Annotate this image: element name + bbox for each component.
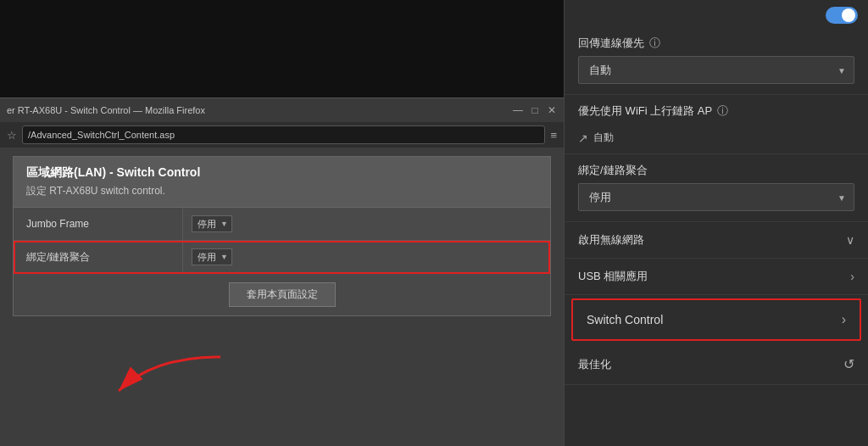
bonding-label: 綁定/鏈路聚合 (14, 241, 183, 273)
backhaul-dropdown-container: 自動 (565, 56, 868, 95)
chevron-right-icon: › (850, 270, 854, 283)
bonding-sidebar-section: 綁定/鏈路聚合 (565, 154, 868, 183)
router-dialog: 區域網路(LAN) - Switch Control 設定 RT-AX68U s… (13, 156, 551, 316)
sidebar-item-enable-wireless[interactable]: 啟用無線網路 ∨ (565, 222, 868, 259)
sidebar-top (565, 0, 868, 27)
sidebar: 回傳連線優先 ⓘ 自動 優先使用 WiFi 上行鏈路 AP ⓘ ↗ 自動 綁定/… (564, 0, 868, 446)
browser-background (0, 0, 564, 98)
jumbo-frame-select[interactable]: 停用 (192, 215, 232, 232)
sidebar-item-optimize[interactable]: 最佳化 ↺ (565, 344, 868, 385)
toggle-knob (842, 8, 855, 22)
menu-icon[interactable]: ≡ (550, 129, 557, 142)
browser-title: er RT-AX68U - Switch Control — Mozilla F… (7, 105, 513, 115)
switch-control-label: Switch Control (587, 313, 663, 326)
wifi-uplink-link[interactable]: ↗ 自動 (565, 124, 868, 154)
bonding-row: 綁定/鏈路聚合 停用 (14, 241, 550, 274)
jumbo-frame-row: Jumbo Frame 停用 (14, 208, 550, 241)
wifi-uplink-section: 優先使用 WiFi 上行鏈路 AP ⓘ (565, 95, 868, 124)
switch-control-chevron-icon: › (842, 312, 846, 327)
apply-button[interactable]: 套用本頁面設定 (229, 282, 336, 307)
bonding-sidebar-label: 綁定/鏈路聚合 (578, 163, 648, 178)
backhaul-priority-label: 回傳連線優先 (578, 36, 644, 51)
address-input[interactable] (22, 125, 545, 144)
wifi-uplink-info-icon[interactable]: ⓘ (717, 103, 728, 119)
dialog-title: 區域網路(LAN) - Switch Control (26, 165, 537, 181)
browser-window: er RT-AX68U - Switch Control — Mozilla F… (0, 0, 564, 446)
bonding-select[interactable]: 停用 (192, 248, 232, 265)
backhaul-select[interactable]: 自動 (578, 56, 854, 84)
maximize-button[interactable]: □ (530, 105, 540, 115)
bonding-value: 停用 (183, 242, 241, 272)
chevron-down-icon: ∨ (846, 233, 854, 247)
backhaul-select-wrapper: 自動 (578, 56, 854, 84)
jumbo-frame-select-wrapper: 停用 (192, 215, 232, 232)
dialog-subtitle: 設定 RT-AX68U switch control. (26, 184, 537, 198)
browser-controls: — □ ✕ (513, 105, 557, 115)
enable-wireless-label: 啟用無線網路 (578, 232, 644, 248)
external-link-icon: ↗ (578, 131, 588, 145)
backhaul-priority-section: 回傳連線優先 ⓘ (565, 27, 868, 56)
refresh-icon: ↺ (843, 356, 854, 372)
toggle-switch[interactable] (826, 7, 858, 24)
backhaul-info-icon[interactable]: ⓘ (649, 36, 660, 51)
page-content: 區域網路(LAN) - Switch Control 設定 RT-AX68U s… (0, 148, 564, 446)
optimize-label: 最佳化 (578, 357, 611, 372)
dialog-body: Jumbo Frame 停用 綁定/鏈路聚合 (14, 208, 550, 315)
dialog-header: 區域網路(LAN) - Switch Control 設定 RT-AX68U s… (14, 157, 550, 208)
usb-apps-label: USB 相關應用 (578, 269, 648, 284)
sidebar-item-switch-control[interactable]: Switch Control › (571, 298, 861, 341)
jumbo-frame-value: 停用 (183, 209, 241, 239)
sidebar-item-usb-apps[interactable]: USB 相關應用 › (565, 259, 868, 295)
bonding-sidebar-dropdown-container: 停用 (565, 183, 868, 222)
browser-chrome: er RT-AX68U - Switch Control — Mozilla F… (0, 98, 564, 148)
wifi-uplink-value: 自動 (593, 131, 614, 145)
apply-btn-row: 套用本頁面設定 (14, 274, 550, 315)
bonding-select-wrapper: 停用 (192, 248, 232, 265)
bonding-sidebar-select-wrapper: 停用 (578, 183, 854, 211)
bonding-sidebar-select[interactable]: 停用 (578, 183, 854, 211)
arrow-annotation (85, 340, 237, 408)
jumbo-frame-label: Jumbo Frame (14, 208, 183, 240)
browser-titlebar: er RT-AX68U - Switch Control — Mozilla F… (0, 98, 564, 122)
minimize-button[interactable]: — (513, 105, 523, 115)
browser-addressbar: ☆ ≡ (0, 122, 564, 148)
wifi-uplink-label: 優先使用 WiFi 上行鏈路 AP (578, 103, 712, 119)
close-button[interactable]: ✕ (547, 105, 557, 115)
bookmark-icon: ☆ (7, 129, 17, 142)
